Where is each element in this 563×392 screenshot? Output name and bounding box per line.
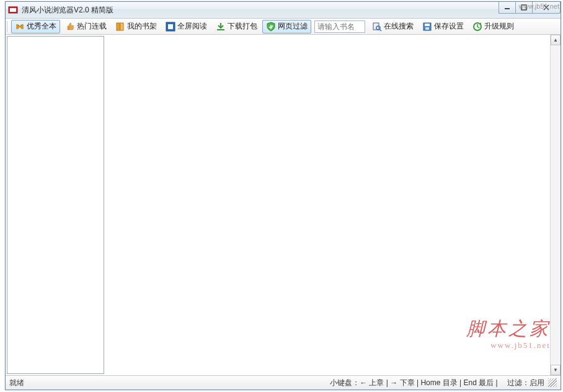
svg-rect-9: [120, 23, 123, 30]
toolbar-save-settings[interactable]: 保存设置: [419, 20, 468, 33]
toolbar-label: 在线搜索: [384, 21, 414, 32]
toolbar-label: 网页过滤: [278, 21, 308, 32]
toolbar-my-bookshelf[interactable]: 我的书架: [112, 20, 161, 33]
toolbar-update-rules[interactable]: 升级规则: [469, 20, 518, 33]
toolbar-grip: [7, 21, 9, 32]
update-icon: [472, 22, 482, 32]
app-window: 清风小说浏览器V2.0 精简版 优秀全本 热门连载 我的书架: [5, 1, 561, 390]
save-icon: [422, 22, 432, 32]
book-icon: [115, 22, 125, 32]
statusbar: 就绪 小键盘：← 上章 | → 下章 | Home 目录 | End 最后 | …: [6, 376, 561, 390]
minimize-button[interactable]: [499, 2, 516, 14]
search-icon: [372, 22, 382, 32]
butterfly-icon: [15, 22, 25, 32]
main-viewer: ▲ ▼ 脚本之家 www.jb51.net: [105, 35, 561, 375]
scroll-down-button[interactable]: ▼: [551, 365, 561, 375]
shield-icon: [266, 22, 276, 32]
toolbar-label: 保存设置: [434, 21, 464, 32]
scroll-up-button[interactable]: ▲: [551, 35, 561, 45]
svg-rect-1: [10, 8, 16, 12]
watermark-title: 脚本之家: [466, 316, 551, 342]
toolbar-hot-serial[interactable]: 热门连载: [61, 20, 110, 33]
resize-grip[interactable]: [548, 378, 557, 387]
toolbar-fullscreen[interactable]: 全屏阅读: [162, 20, 211, 33]
toolbar-label: 下载打包: [228, 21, 257, 32]
svg-point-6: [18, 25, 19, 26]
svg-rect-8: [117, 23, 120, 30]
toolbar-label: 全屏阅读: [177, 21, 207, 32]
status-text: 就绪: [9, 378, 24, 388]
search-input[interactable]: [314, 20, 365, 33]
watermark-top-url: www.jb51.net: [519, 2, 559, 10]
watermark: 脚本之家 www.jb51.net: [466, 316, 551, 350]
svg-rect-12: [217, 29, 224, 30]
fullscreen-icon: [166, 22, 175, 32]
toolbar-label: 热门连载: [77, 21, 107, 32]
content-area: ▲ ▼ 脚本之家 www.jb51.net: [6, 35, 561, 376]
watermark-url: www.jb51.net: [466, 341, 551, 350]
scroll-track[interactable]: [551, 45, 561, 365]
toolbar-download-pack[interactable]: 下载打包: [212, 20, 261, 33]
titlebar[interactable]: 清风小说浏览器V2.0 精简版: [6, 2, 561, 19]
svg-line-15: [379, 29, 381, 31]
window-title: 清风小说浏览器V2.0 精简版: [22, 5, 113, 16]
toolbar: 优秀全本 热门连载 我的书架 全屏阅读 下载打包 网页过滤 在线搜索: [6, 19, 561, 35]
svg-rect-17: [425, 24, 430, 26]
status-hint: 小键盘：← 上章 | → 下章 | Home 目录 | End 最后 | 过滤：…: [330, 378, 544, 388]
toolbar-label: 优秀全本: [27, 21, 56, 32]
toolbar-label: 升级规则: [484, 21, 514, 32]
toolbar-excellent-complete[interactable]: 优秀全本: [11, 20, 60, 33]
vertical-scrollbar[interactable]: ▲ ▼: [550, 35, 561, 375]
download-icon: [216, 22, 226, 32]
svg-point-7: [20, 25, 22, 26]
svg-rect-11: [168, 24, 173, 29]
toolbar-label: 我的书架: [127, 21, 157, 32]
svg-rect-18: [425, 27, 429, 30]
toolbar-online-search[interactable]: 在线搜索: [368, 20, 417, 33]
thumb-icon: [65, 22, 75, 32]
app-icon: [8, 5, 18, 15]
sidebar-panel[interactable]: [7, 36, 104, 374]
toolbar-web-filter[interactable]: 网页过滤: [262, 20, 311, 33]
